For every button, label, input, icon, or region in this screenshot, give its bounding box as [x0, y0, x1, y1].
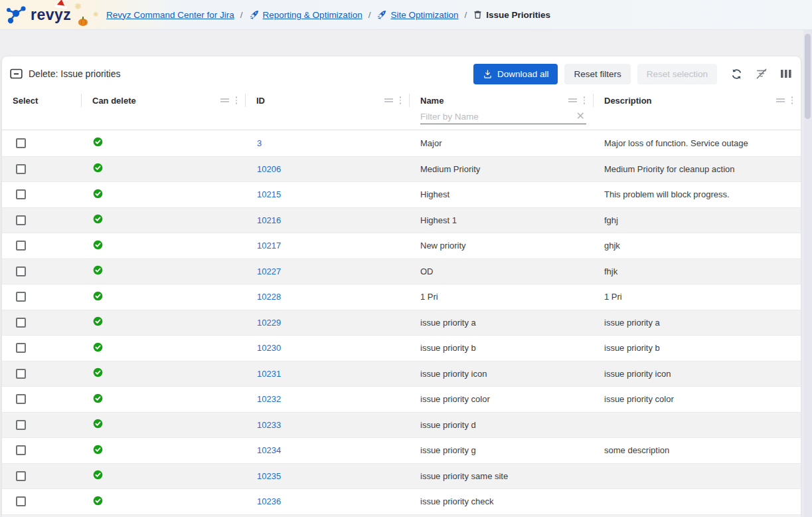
- row-checkbox[interactable]: [16, 164, 26, 174]
- can-delete-check-icon: [93, 393, 103, 403]
- table-row: 10217 New priority ghjk: [2, 233, 801, 258]
- issue-priority-id-link[interactable]: 10217: [257, 241, 281, 251]
- breadcrumb-item-site-optimization[interactable]: Site Optimization: [376, 9, 458, 20]
- row-checkbox[interactable]: [16, 471, 26, 481]
- column-header-description[interactable]: Description: [594, 94, 801, 107]
- breadcrumb-link[interactable]: Reporting & Optimization: [263, 10, 363, 20]
- row-checkbox[interactable]: [16, 241, 26, 251]
- page-scrollbar[interactable]: [803, 30, 812, 517]
- row-checkbox[interactable]: [16, 343, 26, 353]
- trash-icon: [473, 9, 483, 20]
- row-checkbox[interactable]: [16, 445, 26, 455]
- table-row: 10235 issue priority same site: [2, 463, 801, 489]
- row-checkbox[interactable]: [16, 266, 26, 276]
- column-resize-icon[interactable]: [776, 97, 785, 104]
- table-row: 10233 issue priority d: [2, 412, 801, 438]
- issue-priority-name: Medium Priority: [410, 164, 594, 174]
- table-row: 10232 issue priority color issue priorit…: [2, 386, 801, 412]
- issue-priority-id-link[interactable]: 10236: [257, 496, 281, 506]
- issue-priority-id-link[interactable]: 10230: [257, 343, 281, 353]
- filter-off-icon[interactable]: [755, 67, 768, 80]
- display-icon: [10, 68, 23, 79]
- column-menu-icon[interactable]: [236, 96, 238, 104]
- clear-filter-icon[interactable]: ✕: [575, 111, 586, 122]
- table-row: 10206 Medium Priority Medium Priority fo…: [2, 156, 801, 182]
- partially-visible-row: [2, 514, 801, 517]
- row-checkbox[interactable]: [16, 496, 26, 506]
- issue-priority-id-link[interactable]: 10232: [257, 394, 281, 404]
- issue-priority-name: issue priority b: [410, 343, 594, 353]
- row-checkbox[interactable]: [16, 318, 26, 328]
- column-header-can-delete[interactable]: Can delete: [82, 94, 246, 107]
- column-resize-icon[interactable]: [384, 97, 393, 104]
- can-delete-check-icon: [93, 137, 103, 147]
- issue-priority-description: fghj: [594, 215, 801, 225]
- download-all-button[interactable]: Download all: [473, 64, 558, 84]
- row-checkbox[interactable]: [16, 138, 26, 148]
- issue-priority-id-link[interactable]: 10235: [257, 471, 281, 481]
- column-menu-icon[interactable]: [791, 96, 793, 104]
- table-row: 10216 Highest 1 fghj: [2, 207, 801, 233]
- panel-toolbar: Delete: Issue priorities Download all Re…: [2, 56, 801, 91]
- can-delete-check-icon: [93, 163, 103, 173]
- issue-priority-name: issue priority d: [410, 420, 594, 430]
- reset-filters-button[interactable]: Reset filters: [564, 64, 630, 84]
- name-filter-input[interactable]: [420, 112, 575, 122]
- columns-icon[interactable]: [780, 68, 792, 79]
- breadcrumb-link[interactable]: Site Optimization: [390, 10, 458, 20]
- santa-hat-decoration-icon: [56, 0, 66, 7]
- breadcrumb-item-command-center[interactable]: Revyz Command Center for Jira: [106, 10, 234, 20]
- table-row: 10236 issue priority check: [2, 488, 801, 514]
- reset-selection-button[interactable]: Reset selection: [637, 64, 717, 84]
- revyz-molecule-icon: [5, 5, 28, 25]
- can-delete-check-icon: [93, 316, 103, 326]
- issue-priority-name: 1 Pri: [410, 292, 594, 302]
- column-header-id[interactable]: ID: [246, 94, 410, 107]
- issue-priority-description: some description: [594, 445, 801, 455]
- row-checkbox[interactable]: [16, 292, 26, 302]
- column-menu-icon[interactable]: [400, 96, 402, 104]
- row-checkbox[interactable]: [16, 420, 26, 430]
- panel-title: Delete: Issue priorities: [10, 68, 121, 79]
- row-checkbox[interactable]: [16, 215, 26, 225]
- issue-priority-id-link[interactable]: 10229: [257, 318, 281, 328]
- issue-priority-id-link[interactable]: 3: [257, 138, 262, 148]
- issue-priority-id-link[interactable]: 10215: [257, 189, 281, 199]
- breadcrumb-current: Issue Priorities: [486, 10, 550, 20]
- column-resize-icon[interactable]: [220, 97, 229, 104]
- download-icon: [483, 69, 493, 79]
- can-delete-check-icon: [93, 445, 103, 455]
- row-checkbox[interactable]: [16, 394, 26, 404]
- name-filter-field[interactable]: ✕: [420, 111, 586, 124]
- breadcrumb-item-reporting-optimization[interactable]: Reporting & Optimization: [249, 9, 363, 20]
- issue-priority-name: issue priority color: [410, 394, 594, 404]
- issue-priority-id-link[interactable]: 10206: [257, 164, 281, 174]
- issue-priorities-panel: Delete: Issue priorities Download all Re…: [2, 56, 801, 517]
- column-resize-icon[interactable]: [568, 97, 577, 104]
- issue-priority-id-link[interactable]: 10233: [257, 420, 281, 430]
- issue-priority-name: issue priority a: [410, 318, 594, 328]
- issue-priority-id-link[interactable]: 10216: [257, 215, 281, 225]
- issue-priority-id-link[interactable]: 10234: [257, 445, 281, 455]
- row-checkbox[interactable]: [16, 189, 26, 199]
- refresh-icon[interactable]: [730, 68, 743, 80]
- breadcrumb-link[interactable]: Revyz Command Center for Jira: [106, 10, 234, 20]
- issue-priority-id-link[interactable]: 10227: [257, 266, 281, 276]
- issue-priority-description: This problem will block progress.: [594, 189, 801, 199]
- can-delete-check-icon: [93, 419, 103, 429]
- column-header-select: Select: [2, 94, 82, 107]
- app-logo[interactable]: ✺ ✺ revyz: [0, 0, 105, 30]
- can-delete-check-icon: [93, 496, 103, 506]
- scrollbar-thumb[interactable]: [805, 34, 811, 119]
- row-checkbox[interactable]: [16, 369, 26, 379]
- table-row: 10227 OD fhjk: [2, 258, 801, 284]
- column-menu-icon[interactable]: [584, 96, 586, 104]
- issue-priority-description: issue priority b: [594, 343, 801, 353]
- table-row: 10229 issue priority a issue priority a: [2, 310, 801, 336]
- issue-priority-id-link[interactable]: 10231: [257, 369, 281, 379]
- table-row: 10215 Highest This problem will block pr…: [2, 181, 801, 207]
- issue-priority-id-link[interactable]: 10228: [257, 292, 281, 302]
- column-header-name[interactable]: Name: [410, 94, 594, 107]
- firework-decoration-icon: ✺: [74, 1, 82, 11]
- table-header: Select Can delete ID Name: [2, 91, 801, 130]
